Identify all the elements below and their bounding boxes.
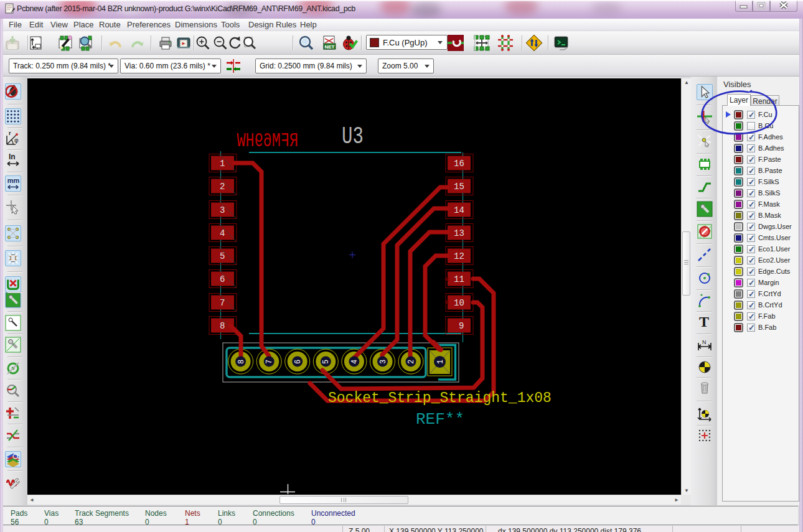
svg-text:RFM69HW: RFM69HW: [237, 130, 298, 152]
svg-text:5: 5: [322, 360, 331, 364]
svg-text:N: N: [702, 339, 707, 345]
svg-text:φ: φ: [14, 137, 19, 144]
svg-text:7: 7: [265, 360, 274, 364]
svg-text:U3: U3: [342, 123, 364, 150]
svg-text:1: 1: [436, 360, 445, 364]
svg-text:Socket_Strip_Straight_1x08: Socket_Strip_Straight_1x08: [328, 390, 552, 406]
svg-text:4: 4: [350, 360, 359, 364]
svg-text:3: 3: [379, 360, 388, 364]
svg-text:11: 11: [454, 274, 464, 284]
svg-text:6: 6: [294, 360, 303, 364]
svg-text:T: T: [699, 314, 709, 330]
svg-text:8: 8: [237, 360, 246, 364]
svg-text:5: 5: [220, 251, 225, 261]
svg-text:6: 6: [220, 274, 225, 284]
svg-text:3: 3: [220, 205, 225, 215]
svg-text:4: 4: [220, 228, 225, 238]
svg-text:9: 9: [459, 321, 464, 331]
svg-text:15: 15: [454, 182, 464, 192]
svg-text:13: 13: [454, 228, 464, 238]
svg-text:In: In: [9, 152, 16, 161]
svg-text:REF**: REF**: [416, 410, 464, 429]
svg-text:r: r: [9, 131, 11, 136]
svg-text:7: 7: [220, 298, 225, 308]
svg-text:NET: NET: [325, 44, 335, 50]
svg-text:1: 1: [220, 159, 225, 169]
svg-text:mm: mm: [7, 177, 20, 184]
svg-text:10: 10: [454, 298, 464, 308]
svg-text:16: 16: [454, 159, 464, 169]
svg-text:8: 8: [220, 321, 225, 331]
svg-text:2: 2: [407, 360, 416, 364]
svg-text:2: 2: [220, 182, 225, 192]
svg-text:14: 14: [454, 205, 464, 215]
svg-text:12: 12: [454, 251, 464, 261]
